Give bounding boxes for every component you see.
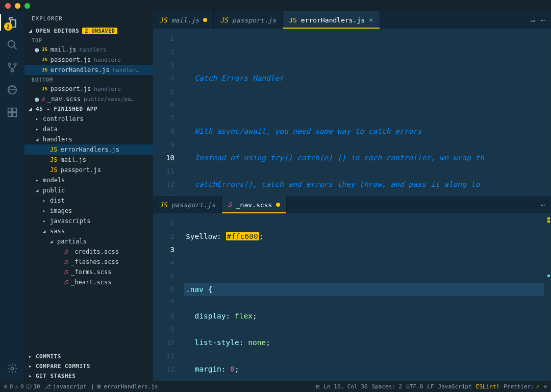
file-lang-icon: JS [50,156,57,163]
editor-pane-bottom[interactable]: 123456789101112 $yellow: #ffc600; .nav {… [153,213,551,381]
error-icon: ⊘ [4,383,8,390]
file-lang-icon: JS [42,57,47,62]
status-problems[interactable]: ⊘0 ⚠0 ⓘ10 [4,383,40,390]
tree-item-label: partials [57,238,87,245]
tree-item-label: public [43,187,65,194]
tree-folder[interactable]: ▸controllers [24,114,153,124]
more-icon[interactable]: ⋯ [541,201,545,209]
editor-group-label: TOP [24,36,153,44]
open-editor-item[interactable]: ● JS mail.js handlers [24,44,153,55]
status-eslint[interactable]: ESLint! [476,383,499,390]
chevron-right-icon: ▸ [36,178,40,183]
tree-file[interactable]: JSpassport.js [24,165,153,175]
more-icon[interactable]: ⋯ [541,16,545,24]
tree-folder[interactable]: ▸data [24,124,153,134]
tree-item-label: _credits.scss [71,248,119,255]
tree-folder[interactable]: ◢sass [24,226,153,236]
minimap[interactable] [544,29,551,196]
search-icon[interactable] [6,39,18,51]
tree-file[interactable]: 𝓢_heart.scss [24,277,153,287]
explorer-title: EXPLORER [24,11,153,26]
status-prettier[interactable]: Prettier: ✓ [504,383,539,390]
sidebar-section-header[interactable]: ▸COMMITS [24,352,153,361]
chevron-right-icon: ▸ [36,127,40,132]
svg-rect-8 [13,113,16,116]
tab-label: mail.js [171,16,199,24]
status-file[interactable]: | 🗎 errorHandlers.js [91,383,158,390]
section-label: COMMITS [36,353,61,360]
code-area[interactable]: Catch Errors Handler With async/await, y… [184,29,544,196]
chevron-down-icon: ◢ [36,188,40,193]
tabbar-top: JSmail.jsJSpassport.jsJSerrorHandlers.js… [153,11,551,29]
settings-gear-icon[interactable] [6,362,18,375]
status-lncol[interactable]: Ln 10, Col 36 [323,383,367,390]
open-editor-item[interactable]: ● 𝓢 _nav.scss public/sass/pa… [24,94,153,104]
tab-label: passport.js [232,16,276,24]
file-lang-icon: 𝓢 [228,201,232,209]
file-lang-icon: JS [220,16,228,24]
editor-group-label: BOTTOM [24,75,153,84]
window-max-dot[interactable] [24,3,30,9]
window-min-dot[interactable] [15,3,20,9]
status-spaces[interactable]: Spaces: 2 [372,383,403,390]
editor-tab[interactable]: JSmail.js [153,11,214,29]
status-feedback-icon[interactable]: ☺ [543,383,547,390]
open-editor-item[interactable]: JS errorHandlers.js handler… [24,65,153,75]
tree-folder[interactable]: ▸dist [24,195,153,206]
file-lang-icon: JS [42,47,47,52]
svg-rect-7 [8,113,12,116]
file-lang-icon: 𝓢 [42,96,44,102]
source-control-icon[interactable] [6,61,18,74]
tree-file[interactable]: JSerrorHandlers.js [24,144,153,155]
tree-file[interactable]: 𝓢_forms.scss [24,267,153,277]
extensions-icon[interactable] [6,106,18,118]
svg-point-9 [11,367,14,370]
tree-item-label: errorHandlers.js [60,146,119,153]
file-name: errorHandlers.js [51,66,110,74]
code-area[interactable]: $yellow: #ffc600; .nav { display: flex; … [184,213,544,381]
editor-area: JSmail.jsJSpassport.jsJSerrorHandlers.js… [153,11,551,381]
sidebar-section-header[interactable]: ▸GIT STASHES [24,371,153,381]
window-close-dot[interactable] [5,3,11,9]
tree-folder[interactable]: ▸javascripts [24,216,153,226]
git-branch-icon: ⎇ [44,383,51,390]
explorer-sidebar: EXPLORER ◢ OPEN EDITORS 2 UNSAVED TOP● J… [24,11,153,381]
chevron-right-icon: ▸ [43,198,47,203]
tree-file[interactable]: JSmail.js [24,155,153,165]
editor-pane-top[interactable]: 12345678910111213 Catch Errors Handler W… [153,29,551,196]
tree-folder[interactable]: ◢public [24,185,153,195]
folder-label: 45 - FINISHED APP [36,106,97,112]
status-eol[interactable]: LF [427,383,434,390]
file-name: mail.js [51,46,77,53]
sidebar-section-header[interactable]: ▸COMPARE COMMITS [24,361,153,371]
status-encoding[interactable]: UTF-8 [406,383,423,390]
tree-file[interactable]: 𝓢_credits.scss [24,247,153,257]
tree-item-label: handlers [43,136,72,143]
tree-folder[interactable]: ◢handlers [24,134,153,144]
split-editor-icon[interactable]: ▭ [531,16,535,24]
explorer-icon[interactable]: 2 [6,16,18,29]
status-dock-icon[interactable]: ⊟ [316,383,320,390]
debug-icon[interactable] [6,84,18,96]
status-git[interactable]: ⎇ javascript [44,383,87,390]
editor-tab[interactable]: JSpassport.js [153,196,222,213]
status-language[interactable]: JavaScript [438,383,472,390]
tree-folder[interactable]: ▸models [24,175,153,185]
open-editor-item[interactable]: JS passport.js handlers [24,55,153,65]
editor-tab[interactable]: JSerrorHandlers.js× [283,11,380,29]
file-lang-icon: JS [42,86,47,91]
open-editor-item[interactable]: JS passport.js handlers [24,84,153,94]
editor-tab[interactable]: 𝓢_nav.scss [222,196,287,213]
minimap[interactable] [544,213,551,381]
open-editors-header[interactable]: ◢ OPEN EDITORS 2 UNSAVED [24,26,153,36]
editor-tab[interactable]: JSpassport.js [214,11,283,29]
close-icon[interactable]: × [369,16,373,24]
svg-point-2 [14,63,16,65]
folder-header[interactable]: ◢ 45 - FINISHED APP [24,104,153,114]
svg-point-1 [8,63,11,65]
tree-folder[interactable]: ▸images [24,206,153,216]
tree-folder[interactable]: ◢partials [24,236,153,247]
tree-file[interactable]: 𝓢_flashes.scss [24,257,153,267]
titlebar [0,0,551,11]
tree-item-label: sass [50,228,65,235]
